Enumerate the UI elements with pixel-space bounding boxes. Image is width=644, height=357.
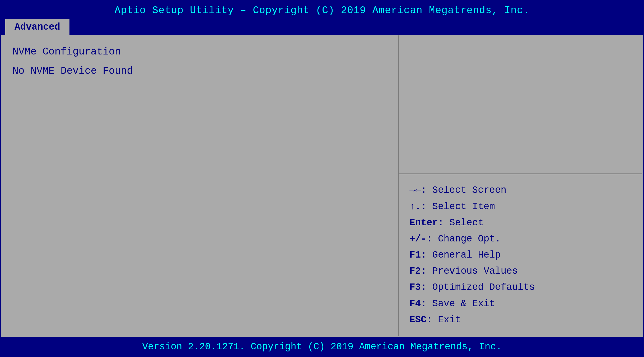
help-line-f4: F4: Save & Exit xyxy=(409,296,634,312)
tab-advanced[interactable]: Advanced xyxy=(5,19,69,35)
help-section: →←: Select Screen ↑↓: Select Item Enter:… xyxy=(399,174,642,336)
section-title: NVMe Configuration xyxy=(12,46,388,57)
help-line-f2: F2: Previous Values xyxy=(409,263,634,279)
help-line-f3: F3: Optimized Defaults xyxy=(409,279,634,295)
help-line-select-item: ↑↓: Select Item xyxy=(409,199,634,215)
key-select-item: ↑↓: xyxy=(409,201,432,212)
key-esc: ESC: xyxy=(409,314,438,325)
key-f3: F3: xyxy=(409,282,432,293)
right-panel: →←: Select Screen ↑↓: Select Item Enter:… xyxy=(399,35,642,336)
help-line-f1: F1: General Help xyxy=(409,247,634,263)
key-enter: Enter: xyxy=(409,217,449,228)
help-line-enter: Enter: Select xyxy=(409,215,634,231)
title-bar: Aptio Setup Utility – Copyright (C) 2019… xyxy=(0,0,644,19)
key-change-opt: +/-: xyxy=(409,234,438,244)
help-line-change-opt: +/-: Change Opt. xyxy=(409,231,634,247)
footer-text: Version 2.20.1271. Copyright (C) 2019 Am… xyxy=(142,341,502,352)
key-f4: F4: xyxy=(409,298,432,309)
title-text: Aptio Setup Utility – Copyright (C) 2019… xyxy=(114,5,529,16)
main-content: NVMe Configuration No NVME Device Found … xyxy=(1,35,643,337)
bios-screen: Aptio Setup Utility – Copyright (C) 2019… xyxy=(0,0,644,357)
tab-bar: Advanced xyxy=(0,19,644,35)
key-f1: F1: xyxy=(409,250,432,260)
key-select-screen: →←: xyxy=(409,185,432,196)
no-device-message: No NVME Device Found xyxy=(12,65,388,77)
right-panel-top xyxy=(399,35,642,174)
left-panel: NVMe Configuration No NVME Device Found xyxy=(2,35,399,336)
help-line-select-screen: →←: Select Screen xyxy=(409,182,634,198)
footer: Version 2.20.1271. Copyright (C) 2019 Am… xyxy=(0,337,644,357)
help-line-esc: ESC: Exit xyxy=(409,312,634,328)
key-f2: F2: xyxy=(409,266,432,277)
